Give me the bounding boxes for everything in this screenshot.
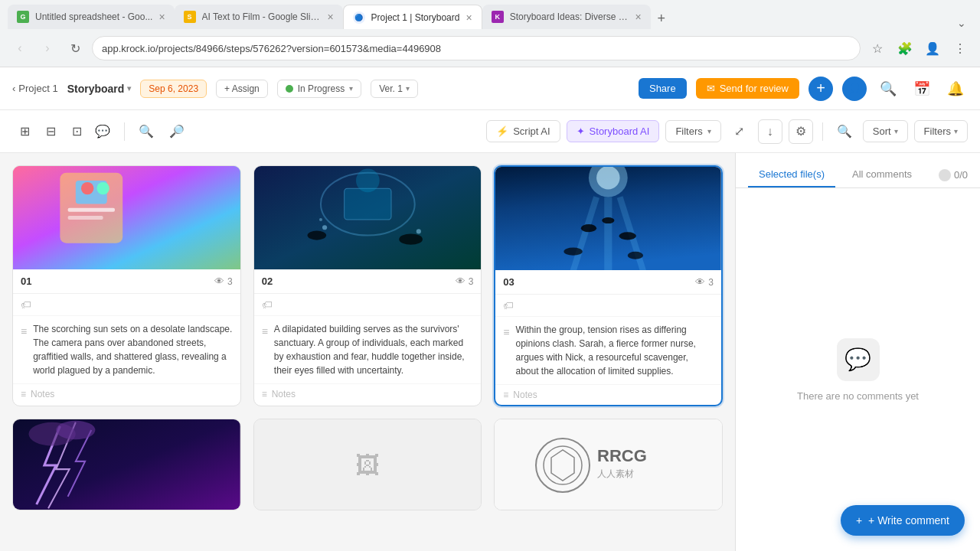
card-01-comment-count: 3: [227, 276, 233, 287]
tab-close-3[interactable]: ×: [466, 11, 472, 24]
svg-point-22: [564, 248, 583, 256]
download-button[interactable]: ↓: [758, 119, 782, 144]
forward-nav-button[interactable]: ›: [37, 37, 58, 59]
card-01-notes[interactable]: ≡ Notes: [13, 383, 240, 404]
card-03[interactable]: 03 👁 3 🏷 ≡ Within the group, tension ris…: [494, 165, 723, 406]
svg-rect-6: [68, 216, 103, 220]
tag-icon-3[interactable]: 🏷: [503, 299, 514, 311]
reload-button[interactable]: ↻: [64, 37, 86, 59]
card-01-footer: 01 👁 3: [13, 269, 240, 294]
right-search-button[interactable]: 🔍: [832, 119, 857, 144]
status-chevron-icon: ▾: [349, 84, 353, 93]
fullscreen-button[interactable]: ⤢: [727, 119, 752, 144]
card-02[interactable]: 02 👁 3 🏷 ≡ A dilapidated building serves…: [253, 165, 482, 406]
sort-button[interactable]: Sort ▾: [863, 120, 908, 142]
storyboard-ai-button[interactable]: ✦ Storyboard AI: [567, 120, 660, 142]
url-display: app.krock.io/projects/84966/steps/576262…: [102, 43, 851, 54]
view-tools: ⊞ ⊟ ⊡ 💬: [12, 119, 115, 144]
send-review-button[interactable]: ✉ Send for review: [696, 78, 799, 99]
version-button[interactable]: Ver. 1 ▾: [371, 80, 418, 98]
svg-point-20: [603, 217, 615, 223]
status-button[interactable]: In Progress ▾: [277, 80, 361, 98]
filters-right-button[interactable]: Filters ▾: [914, 120, 968, 142]
settings-button[interactable]: ⚙: [789, 119, 813, 144]
card-01-text: The scorching sun sets on a desolate lan…: [33, 322, 232, 377]
card-04-image: [13, 419, 240, 510]
calendar-button[interactable]: 📅: [910, 77, 934, 101]
card-02-notes[interactable]: ≡ Notes: [254, 383, 482, 404]
tab-selected-files[interactable]: Selected file(s): [748, 162, 835, 187]
grid-view-button[interactable]: ⊞: [12, 119, 37, 144]
panel-content: 💬 There are no comments yet: [736, 188, 980, 551]
avatar[interactable]: 👤: [842, 77, 867, 101]
svg-point-18: [596, 167, 619, 189]
zoom-button[interactable]: 🔎: [165, 119, 189, 144]
filters-right-chevron-icon: ▾: [954, 127, 958, 135]
tab-close-1[interactable]: ×: [158, 11, 165, 23]
bookmark-button[interactable]: ☆: [867, 37, 888, 59]
tab-close-2[interactable]: ×: [327, 11, 333, 23]
frame-view-button[interactable]: ⊡: [64, 119, 89, 144]
card-02-number: 02: [262, 276, 273, 287]
comment-counter: 0/0: [939, 162, 968, 187]
main-area: 01 👁 3 🏷 ≡ The scorching sun sets on a d…: [0, 153, 980, 551]
svg-point-4: [96, 182, 109, 194]
address-bar-row: ‹ › ↻ app.krock.io/projects/84966/steps/…: [0, 29, 980, 67]
browser-tab-3[interactable]: 🔵 Project 1 | Storyboard ×: [343, 5, 482, 29]
card-01[interactable]: 01 👁 3 🏷 ≡ The scorching sun sets on a d…: [12, 165, 241, 406]
share-button[interactable]: Share: [639, 78, 687, 99]
tag-icon-2[interactable]: 🏷: [262, 298, 273, 311]
svg-text:RRCG: RRCG: [597, 446, 647, 465]
app-header: ‹ Project 1 Storyboard ▾ Sep 6, 2023 + A…: [0, 67, 980, 110]
address-bar[interactable]: app.krock.io/projects/84966/steps/576262…: [92, 36, 861, 60]
notifications-button[interactable]: 🔔: [943, 77, 968, 101]
storyboard-ai-label: Storyboard AI: [590, 126, 650, 137]
card-02-tag-row: 🏷: [254, 294, 482, 316]
storyboard-label: Storyboard: [67, 83, 125, 95]
extension-button[interactable]: 🧩: [894, 37, 916, 59]
card-05[interactable]: 🖼: [253, 419, 482, 510]
empty-comments-state: 💬 There are no comments yet: [797, 338, 919, 402]
browser-tab-4[interactable]: K Storyboard Ideas: Diverse Con... ×: [482, 5, 651, 29]
filters-chevron-icon: ▾: [707, 127, 711, 135]
profile-button[interactable]: 👤: [922, 37, 943, 59]
add-button[interactable]: +: [808, 77, 833, 101]
browser-tab-2[interactable]: S AI Text to Film - Google Slides ×: [175, 5, 343, 29]
back-button[interactable]: ‹ Project 1: [12, 83, 58, 94]
card-01-notes-label: Notes: [31, 389, 54, 399]
card-03-notes-label: Notes: [513, 390, 537, 400]
script-ai-button[interactable]: ⚡ Script AI: [486, 120, 560, 142]
storyboard-dropdown[interactable]: Storyboard ▾: [67, 83, 132, 95]
tab-favicon-4: K: [492, 11, 504, 23]
filters-label: Filters: [675, 126, 702, 137]
card-03-notes[interactable]: ≡ Notes: [495, 384, 721, 405]
assign-button[interactable]: + Assign: [216, 80, 268, 98]
card-06[interactable]: RRCG 人人素材: [494, 419, 723, 510]
rrcg-logo: RRCG 人人素材: [532, 435, 685, 496]
browser-tab-1[interactable]: G Untitled spreadsheet - Goo... ×: [8, 5, 175, 29]
card-02-notes-label: Notes: [272, 389, 296, 399]
comment-view-button[interactable]: 💬: [90, 119, 115, 144]
tab-label-2: AI Text to Film - Google Slides: [202, 11, 322, 22]
card-04[interactable]: [12, 419, 241, 510]
svg-rect-5: [68, 208, 115, 212]
text-search-button[interactable]: 🔍: [134, 119, 158, 144]
image-placeholder-icon: 🖼: [355, 452, 380, 480]
more-button[interactable]: ⋮: [949, 37, 971, 59]
back-nav-button[interactable]: ‹: [9, 37, 31, 59]
search-header-button[interactable]: 🔍: [876, 77, 900, 101]
tab-overflow-button[interactable]: ⌄: [957, 17, 972, 29]
filters-button[interactable]: Filters ▾: [665, 120, 720, 142]
date-badge[interactable]: Sep 6, 2023: [140, 80, 207, 98]
tab-close-4[interactable]: ×: [635, 11, 641, 23]
write-comment-label: + Write comment: [868, 514, 949, 527]
tag-icon[interactable]: 🏷: [21, 298, 31, 311]
tab-all-comments[interactable]: All comments: [841, 162, 923, 187]
new-tab-button[interactable]: +: [651, 8, 672, 29]
send-review-label: Send for review: [720, 83, 789, 94]
write-comment-button[interactable]: + + Write comment: [841, 505, 965, 536]
table-view-button[interactable]: ⊟: [38, 119, 63, 144]
cards-grid: 01 👁 3 🏷 ≡ The scorching sun sets on a d…: [0, 153, 735, 551]
card-01-text-row: ≡ The scorching sun sets on a desolate l…: [13, 316, 240, 383]
svg-point-3: [81, 182, 93, 194]
